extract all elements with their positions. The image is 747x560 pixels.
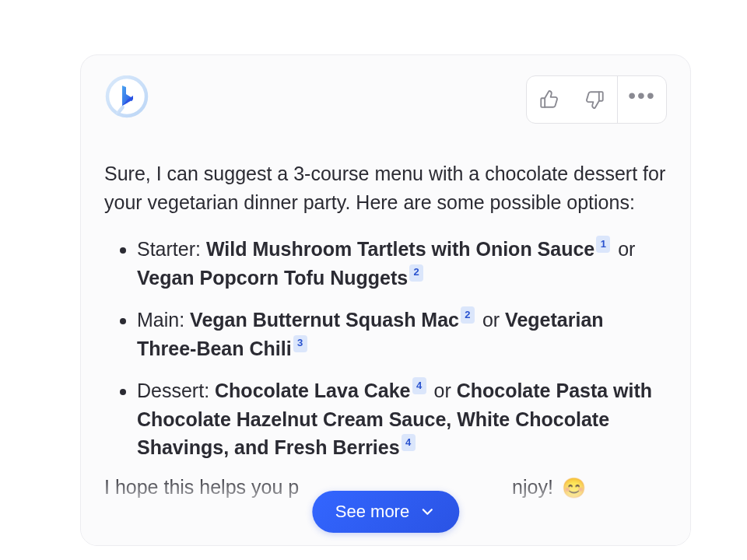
see-more-button[interactable]: See more [312, 491, 459, 533]
option-b: Vegan Popcorn Tofu Nuggets [137, 267, 408, 289]
course-label: Starter: [137, 238, 206, 260]
truncated-mid: njoy! [512, 476, 559, 498]
chevron-down-icon [419, 503, 436, 520]
thumbs-down-button[interactable] [572, 76, 617, 123]
citation-badge[interactable]: 2 [461, 306, 475, 324]
list-item-main: Main: Vegan Butternut Squash Mac2 or Veg… [137, 306, 667, 362]
chat-response-card: ••• Sure, I can suggest a 3-course menu … [80, 54, 691, 546]
citation-badge[interactable]: 2 [409, 264, 423, 282]
bing-logo-icon [104, 75, 149, 121]
thumbs-up-button[interactable] [527, 76, 572, 123]
truncated-prefix: I hope this helps you p [104, 476, 299, 498]
option-a: Wild Mushroom Tartlets with Onion Sauce [206, 238, 594, 260]
more-button[interactable]: ••• [618, 76, 666, 123]
see-more-label: See more [335, 502, 409, 522]
option-separator: or [429, 380, 457, 401]
option-a: Vegan Butternut Squash Mac [190, 309, 459, 331]
citation-badge[interactable]: 1 [596, 236, 610, 253]
citation-badge[interactable]: 3 [293, 335, 307, 352]
card-header: ••• [104, 75, 667, 124]
option-separator: or [612, 238, 635, 260]
smile-emoji-icon: 😊 [562, 477, 586, 499]
response-intro: Sure, I can suggest a 3-course menu with… [104, 159, 667, 216]
citation-badge[interactable]: 4 [402, 434, 416, 451]
list-item-dessert: Dessert: Chocolate Lava Cake4 or Chocola… [137, 376, 667, 462]
option-a: Chocolate Lava Cake [215, 380, 411, 401]
citation-badge[interactable]: 4 [412, 377, 426, 394]
option-separator: or [477, 309, 505, 331]
feedback-bar: ••• [526, 75, 667, 124]
list-item-starter: Starter: Wild Mushroom Tartlets with Oni… [137, 235, 667, 292]
course-label: Main: [137, 309, 190, 331]
menu-list: Starter: Wild Mushroom Tartlets with Oni… [104, 235, 667, 462]
thumbs-down-icon [584, 89, 605, 110]
thumbs-up-icon [538, 89, 560, 110]
course-label: Dessert: [137, 380, 215, 401]
